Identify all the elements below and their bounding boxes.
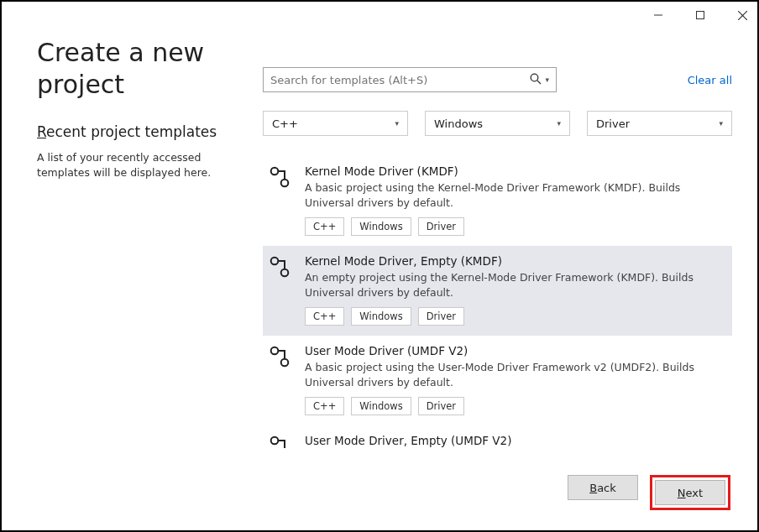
svg-point-9 (281, 269, 289, 277)
template-tag: Windows (351, 307, 411, 326)
template-item[interactable]: Kernel Mode Driver, Empty (KMDF)An empty… (263, 246, 732, 336)
driver-icon (270, 344, 295, 415)
template-name: User Mode Driver, Empty (UMDF V2) (305, 434, 724, 447)
driver-icon (270, 164, 295, 236)
template-description: A basic project using the User-Mode Driv… (305, 360, 724, 389)
right-panel: Search for templates (Alt+S) ▾ Clear all… (263, 37, 732, 448)
filter-platform[interactable]: Windows ▾ (425, 111, 570, 136)
svg-line-5 (537, 81, 541, 84)
svg-point-12 (271, 437, 279, 445)
search-dropdown-icon[interactable]: ▾ (545, 76, 549, 84)
chevron-down-icon: ▾ (395, 119, 399, 128)
filter-project-type-value: Driver (596, 117, 630, 130)
template-name: User Mode Driver (UMDF V2) (305, 344, 724, 357)
maximize-button[interactable] (690, 5, 710, 25)
svg-point-10 (271, 347, 279, 355)
template-description: A basic project using the Kernel-Mode Dr… (305, 180, 724, 210)
filter-project-type[interactable]: Driver ▾ (587, 111, 732, 136)
page-title: Create a new project (37, 37, 243, 100)
search-input[interactable]: Search for templates (Alt+S) ▾ (263, 67, 557, 92)
driver-icon (270, 434, 295, 448)
svg-point-11 (281, 359, 289, 367)
template-tag: Driver (418, 307, 464, 326)
search-icon[interactable] (530, 73, 542, 87)
template-tags: C++WindowsDriver (305, 307, 724, 326)
clear-all-link[interactable]: Clear all (688, 74, 732, 86)
template-tag: C++ (305, 217, 344, 236)
template-list: Kernel Mode Driver (KMDF)A basic project… (263, 156, 732, 448)
svg-point-6 (271, 168, 279, 175)
template-tags: C++WindowsDriver (305, 217, 724, 236)
template-tag: Driver (418, 217, 464, 236)
template-tag: Windows (351, 217, 411, 236)
window-titlebar (2, 2, 757, 29)
template-name: Kernel Mode Driver (KMDF) (305, 164, 724, 178)
chevron-down-icon: ▾ (557, 119, 561, 128)
template-tag: Windows (351, 397, 411, 415)
next-button-highlight: Next (650, 475, 730, 510)
filter-language-value: C++ (272, 117, 298, 130)
template-description: An empty project using the Kernel-Mode D… (305, 270, 724, 300)
template-tag: Driver (418, 397, 464, 415)
recent-templates-description: A list of your recently accessed templat… (37, 150, 243, 180)
left-panel: Create a new project Recent project temp… (37, 37, 243, 448)
template-name: Kernel Mode Driver, Empty (KMDF) (305, 254, 724, 268)
recent-templates-heading: Recent project templates (37, 123, 243, 140)
next-button[interactable]: Next (655, 480, 725, 505)
search-placeholder: Search for templates (Alt+S) (270, 74, 530, 86)
svg-rect-1 (697, 12, 704, 19)
svg-point-7 (281, 180, 289, 187)
svg-point-4 (531, 74, 539, 81)
svg-point-8 (271, 258, 279, 265)
filter-language[interactable]: C++ ▾ (263, 111, 408, 136)
template-tag: C++ (305, 397, 344, 415)
chevron-down-icon: ▾ (719, 119, 723, 128)
close-button[interactable] (732, 5, 752, 25)
template-item[interactable]: User Mode Driver, Empty (UMDF V2)An empt… (263, 425, 732, 448)
driver-icon (270, 254, 295, 326)
filter-platform-value: Windows (434, 117, 483, 130)
template-tag: C++ (305, 307, 344, 326)
template-item[interactable]: Kernel Mode Driver (KMDF)A basic project… (263, 156, 732, 246)
minimize-button[interactable] (648, 5, 668, 25)
template-item[interactable]: User Mode Driver (UMDF V2)A basic projec… (263, 336, 732, 425)
template-tags: C++WindowsDriver (305, 397, 724, 415)
dialog-window: Create a new project Recent project temp… (0, 0, 759, 532)
footer-buttons: Back Next (568, 475, 730, 510)
back-button[interactable]: Back (568, 475, 638, 500)
